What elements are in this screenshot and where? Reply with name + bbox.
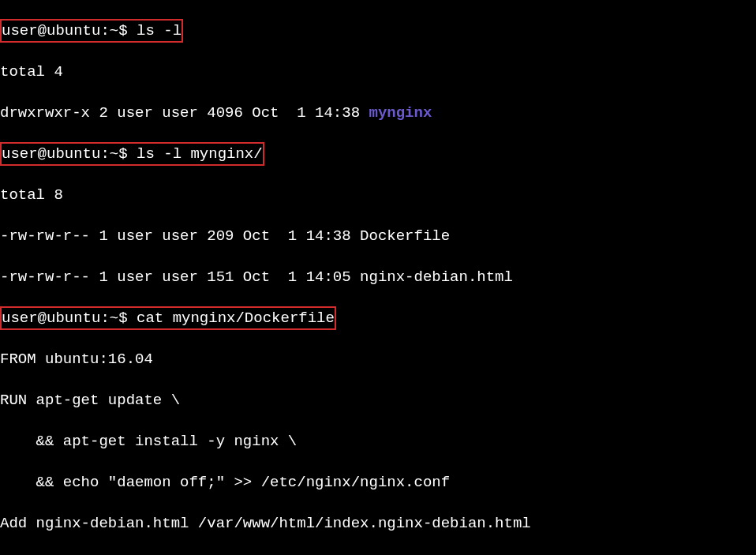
output-line: -rw-rw-r-- 1 user user 209 Oct 1 14:38 D… [0, 226, 756, 246]
command-line-1: user@ubuntu:~$ ls -l [0, 19, 183, 43]
output-line: -rw-rw-r-- 1 user user 151 Oct 1 14:05 n… [0, 267, 756, 287]
prompt-user: user@ubuntu [2, 22, 100, 39]
command-text: ls -l [137, 22, 182, 39]
command-line-2: user@ubuntu:~$ ls -l mynginx/ [0, 142, 264, 166]
output-line: total 8 [0, 185, 756, 205]
output-line: && apt-get install -y nginx \ [0, 431, 756, 452]
prompt-user: user@ubuntu [2, 145, 100, 163]
output-line: Add nginx-debian.html /var/www/html/inde… [0, 513, 756, 534]
output-line: drwxrwxr-x 2 user user 4096 Oct 1 14:38 … [0, 103, 756, 123]
command-line-3: user@ubuntu:~$ cat mynginx/Dockerfile [0, 306, 336, 330]
command-text: cat mynginx/Dockerfile [137, 309, 335, 327]
output-line: total 4 [0, 62, 756, 82]
terminal-output: user@ubuntu:~$ ls -l total 4 drwxrwxr-x … [0, 0, 756, 555]
prompt-path: ~ [110, 145, 118, 163]
prompt-user: user@ubuntu [2, 309, 100, 327]
output-line: && echo "daemon off;" >> /etc/nginx/ngin… [0, 472, 756, 493]
prompt-path: ~ [110, 22, 118, 39]
output-line: RUN apt-get update \ [0, 390, 756, 411]
directory-name: mynginx [369, 104, 432, 122]
prompt-path: ~ [110, 309, 118, 327]
output-line: FROM ubuntu:16.04 [0, 349, 756, 369]
command-text: ls -l mynginx/ [137, 145, 263, 163]
